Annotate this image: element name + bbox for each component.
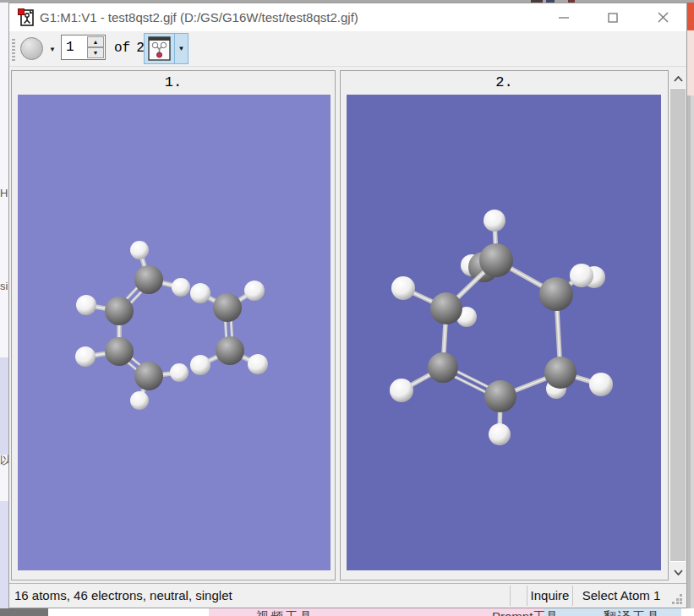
background-patch <box>687 30 694 95</box>
background-text-fragment: si <box>0 280 8 292</box>
background-text-fragment: 以1 <box>0 453 8 468</box>
frame-spinner: ▲ ▼ <box>87 36 104 58</box>
frame-spinbox[interactable]: 1 ▲ ▼ <box>61 35 106 60</box>
gaussview-file-icon <box>18 8 35 27</box>
carbon-atom[interactable] <box>134 362 163 390</box>
scrollbar-thumb[interactable] <box>670 88 686 562</box>
hydrogen-atom[interactable] <box>172 278 190 297</box>
scroll-up-button[interactable] <box>669 70 686 87</box>
element-dropdown-arrow[interactable]: ▼ <box>46 41 58 57</box>
molecule-viewport-1[interactable] <box>18 95 331 570</box>
hydrogen-atom[interactable] <box>570 264 593 287</box>
status-section-empty <box>510 586 527 606</box>
structure-panel-2: 2. <box>340 70 669 581</box>
background-close-button-fragment <box>687 3 694 30</box>
panel-2-label: 2. <box>341 71 668 95</box>
scroll-down-button[interactable] <box>669 564 686 581</box>
hydrogen-atom[interactable] <box>190 355 210 375</box>
carbon-atom[interactable] <box>213 293 242 322</box>
hydrogen-atom[interactable] <box>130 241 149 259</box>
maximize-button[interactable] <box>594 3 631 31</box>
hydrogen-atom[interactable] <box>484 210 505 232</box>
fragment-button[interactable] <box>144 33 175 64</box>
hydrogen-atom[interactable] <box>75 346 96 367</box>
hydrogen-atom[interactable] <box>170 363 189 382</box>
close-button[interactable] <box>644 3 681 31</box>
background-text-fragment: H <box>0 187 8 199</box>
frame-down-button[interactable]: ▼ <box>87 47 104 58</box>
carbon-atom[interactable] <box>479 243 513 277</box>
panel-1-label: 1. <box>12 71 335 95</box>
screen: H si 以1 视频工具 Prompt工具 翻译工具 <box>0 0 694 616</box>
carbon-atom[interactable] <box>484 380 516 412</box>
carbon-atom[interactable] <box>105 297 134 325</box>
toolbar: ▼ 1 ▲ ▼ of2 <box>9 31 686 67</box>
background-patch <box>0 501 8 608</box>
minimize-button[interactable] <box>545 3 582 31</box>
background-patch <box>691 95 694 608</box>
background-patch <box>0 608 48 616</box>
chevron-up-icon <box>674 76 683 82</box>
ribbon-tab-video-tools: 视频工具 <box>256 609 314 616</box>
carbon-atom[interactable] <box>544 357 577 389</box>
carbon-atom[interactable] <box>428 352 458 383</box>
fragment-dropdown-arrow[interactable]: ▼ <box>175 33 189 64</box>
background-ribbon: 视频工具 Prompt工具 翻译工具 <box>0 608 694 616</box>
molecule-viewport-2[interactable] <box>347 95 661 570</box>
window-title: G1:M1:V1 - test8qst2.gjf (D:/GS/G16W/tes… <box>40 3 358 31</box>
chevron-down-icon <box>674 570 683 575</box>
carbon-atom[interactable] <box>134 265 163 294</box>
background-window-left: H si 以1 <box>0 3 8 608</box>
inquire-status[interactable]: Inquire <box>527 586 572 606</box>
hydrogen-atom[interactable] <box>248 354 268 374</box>
hydrogen-atom[interactable] <box>390 379 413 402</box>
fragment-molecule-icon <box>148 36 171 61</box>
background-window-right <box>687 3 694 608</box>
hydrogen-atom[interactable] <box>130 391 149 410</box>
carbon-atom[interactable] <box>539 277 573 311</box>
hydrogen-atom[interactable] <box>489 423 511 445</box>
hydrogen-atom[interactable] <box>244 281 265 301</box>
toolbar-grip-handle[interactable] <box>12 37 15 61</box>
background-patch <box>0 357 8 455</box>
frame-number-value[interactable]: 1 <box>66 35 74 59</box>
ribbon-tab-prompt-tools: Prompt工具 <box>492 609 558 616</box>
structure-panel-1: 1. <box>11 70 336 581</box>
hydrogen-atom[interactable] <box>589 373 613 396</box>
vertical-scrollbar[interactable] <box>669 70 686 581</box>
carbon-atom[interactable] <box>105 337 134 366</box>
element-select-button[interactable] <box>19 35 44 62</box>
carbon-atom[interactable] <box>430 292 462 324</box>
hydrogen-atom[interactable] <box>391 276 415 300</box>
carbon-atom[interactable] <box>216 336 244 365</box>
select-atom-status[interactable]: Select Atom 1 <box>572 586 669 606</box>
gaussview-window: G1:M1:V1 - test8qst2.gjf (D:/GS/G16W/tes… <box>8 3 687 608</box>
title-bar[interactable]: G1:M1:V1 - test8qst2.gjf (D:/GS/G16W/tes… <box>9 3 686 31</box>
hydrogen-atom[interactable] <box>76 295 96 315</box>
resize-grip[interactable] <box>672 594 682 604</box>
molecule-info-text: 16 atoms, 46 electrons, neutral, singlet <box>14 584 232 608</box>
status-bar: 16 atoms, 46 electrons, neutral, singlet… <box>9 583 686 608</box>
ribbon-tab-translate-tools: 翻译工具 <box>604 609 661 616</box>
element-circle-icon <box>20 37 43 60</box>
frame-up-button[interactable]: ▲ <box>87 36 104 47</box>
hydrogen-atom[interactable] <box>190 283 210 303</box>
